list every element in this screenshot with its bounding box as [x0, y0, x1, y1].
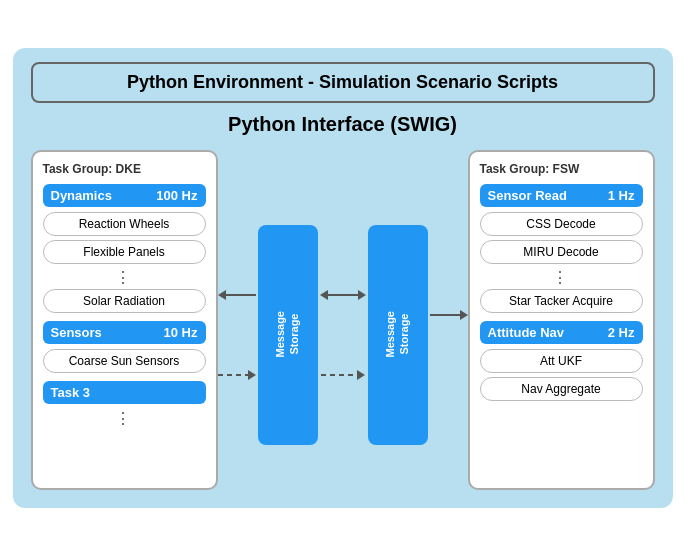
sensor-read-block: Sensor Read 1 Hz CSS Decode MIRU Decode …: [480, 184, 643, 313]
task3-label: Task 3: [51, 385, 91, 400]
task3-dots: ⋮: [43, 409, 206, 428]
message-storage-2: MessageStorage: [368, 225, 428, 445]
sensor-read-label: Sensor Read: [488, 188, 567, 203]
arrow-right-3: [460, 310, 468, 320]
sensors-freq: 10 Hz: [164, 325, 198, 340]
message-storage-2-text: MessageStorage: [383, 311, 412, 357]
task3-header: Task 3: [43, 381, 206, 404]
sensors-header: Sensors 10 Hz: [43, 321, 206, 344]
reaction-wheels-item: Reaction Wheels: [43, 212, 206, 236]
outer-container: Python Environment - Simulation Scenario…: [13, 48, 673, 508]
task-group-fsw: Task Group: FSW Sensor Read 1 Hz CSS Dec…: [468, 150, 655, 490]
top-banner: Python Environment - Simulation Scenario…: [31, 62, 655, 103]
arrow-line-dashed-2: [321, 374, 357, 376]
nav-aggregate-item: Nav Aggregate: [480, 377, 643, 401]
dynamics-block: Dynamics 100 Hz Reaction Wheels Flexible…: [43, 184, 206, 313]
task-group-dke: Task Group: DKE Dynamics 100 Hz Reaction…: [31, 150, 218, 490]
sensors-block: Sensors 10 Hz Coarse Sun Sensors: [43, 321, 206, 373]
dke-label: Task Group: DKE: [43, 162, 206, 176]
subtitle-text: Python Interface (SWIG): [228, 113, 457, 135]
dynamics-dots: ⋮: [43, 268, 206, 287]
sensor-read-header: Sensor Read 1 Hz: [480, 184, 643, 207]
sensor-read-freq: 1 Hz: [608, 188, 635, 203]
top-banner-text: Python Environment - Simulation Scenario…: [127, 72, 558, 92]
task3-block: Task 3 ⋮: [43, 381, 206, 428]
sensors-label: Sensors: [51, 325, 102, 340]
arrow-left-2: [320, 290, 328, 300]
sensor-read-dots: ⋮: [480, 268, 643, 287]
arrow-line-2: [328, 294, 358, 296]
flexible-panels-item: Flexible Panels: [43, 240, 206, 264]
arrow-line-dashed-1: [218, 374, 248, 376]
star-tracker-item: Star Tacker Acquire: [480, 289, 643, 313]
middle-section: MessageStorage MessageStorage: [218, 150, 468, 490]
att-ukf-item: Att UKF: [480, 349, 643, 373]
miru-decode-item: MIRU Decode: [480, 240, 643, 264]
dynamics-label: Dynamics: [51, 188, 112, 203]
dynamics-freq: 100 Hz: [156, 188, 197, 203]
arrow-left-1: [218, 290, 226, 300]
attitude-nav-label: Attitude Nav: [488, 325, 565, 340]
arrow-right-dashed-1: [248, 370, 256, 380]
attitude-nav-freq: 2 Hz: [608, 325, 635, 340]
message-storage-1-text: MessageStorage: [273, 311, 302, 357]
message-storage-1: MessageStorage: [258, 225, 318, 445]
arrow-right-2: [358, 290, 366, 300]
fsw-label: Task Group: FSW: [480, 162, 643, 176]
dynamics-header: Dynamics 100 Hz: [43, 184, 206, 207]
main-row: Task Group: DKE Dynamics 100 Hz Reaction…: [31, 150, 655, 490]
css-decode-item: CSS Decode: [480, 212, 643, 236]
attitude-nav-header: Attitude Nav 2 Hz: [480, 321, 643, 344]
arrow-right-dashed-2: [357, 370, 365, 380]
coarse-sun-sensors-item: Coarse Sun Sensors: [43, 349, 206, 373]
solar-radiation-item: Solar Radiation: [43, 289, 206, 313]
subtitle: Python Interface (SWIG): [31, 113, 655, 136]
arrow-line-1: [226, 294, 256, 296]
arrow-line-3: [430, 314, 460, 316]
attitude-nav-block: Attitude Nav 2 Hz Att UKF Nav Aggregate: [480, 321, 643, 401]
